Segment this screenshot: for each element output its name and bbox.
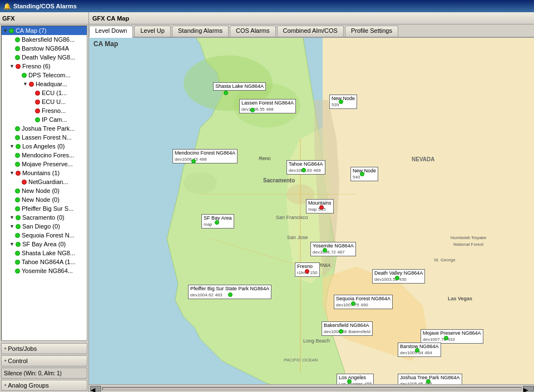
expand-icon: ▼ — [9, 241, 14, 247]
tab-profile[interactable]: Profile Settings — [345, 26, 398, 37]
expand-icon-ports: + — [4, 346, 7, 351]
tree-item-san-diego[interactable]: ▼San Diego (0) — [2, 222, 87, 231]
tree-item-sf-bay[interactable]: ▼SF Bay Area (0) — [2, 240, 87, 249]
tree-item-barstow[interactable]: Barstow NG864A — [2, 44, 87, 53]
tree-item-ecu-u[interactable]: ECU U... — [2, 97, 87, 106]
tree-item-new-node-0a[interactable]: New Node (0) — [2, 186, 87, 195]
tree-item-label: DPS Telecom... — [28, 72, 71, 78]
status-dot — [15, 206, 20, 211]
analog-groups-item[interactable]: + Analog Groups — [1, 380, 87, 391]
tree-item-fresno[interactable]: ▼Fresno (6) — [2, 62, 87, 71]
tree-item-shasta[interactable]: Shasta Lake NG8... — [2, 249, 87, 257]
tree-item-label: NetGuardian... — [28, 178, 68, 185]
tree-item-label: Los Angeles (0) — [22, 143, 65, 150]
ports-jobs-label: Ports/Jobs — [8, 345, 37, 352]
tree-container[interactable]: ▼CA Map (7)Bakersfield NG86...Barstow NG… — [1, 26, 87, 341]
svg-text:Sacramento: Sacramento — [263, 177, 295, 183]
ports-jobs-item[interactable]: + Ports/Jobs — [1, 343, 87, 354]
tree-item-sacramento[interactable]: ▼Sacramento (0) — [2, 213, 87, 222]
tree-item-label: Headquar... — [36, 81, 67, 87]
scrollbar-left-btn[interactable]: ◀ — [90, 386, 101, 391]
tree-item-headquar[interactable]: ▼Headquar... — [2, 80, 87, 88]
status-dot — [15, 162, 20, 167]
svg-point-8 — [184, 172, 217, 195]
tree-item-label: Lassen Forest N... — [22, 134, 72, 141]
status-dot — [16, 224, 21, 229]
tree-item-los-angeles[interactable]: ▼Los Angeles (0) — [2, 142, 87, 151]
expand-icon-analog: + — [4, 383, 7, 388]
status-dot — [15, 55, 20, 60]
expand-icon: ▼ — [9, 224, 14, 229]
tree-item-bakersfield[interactable]: Bakersfield NG86... — [2, 35, 87, 44]
tree-item-dps-telecom[interactable]: DPS Telecom... — [2, 71, 87, 80]
status-dot — [15, 233, 20, 238]
tree-item-label: Mojave Preserve... — [22, 161, 73, 167]
status-dot — [35, 108, 40, 113]
tree-item-new-node-0b[interactable]: New Node (0) — [2, 195, 87, 204]
control-item[interactable]: + Control — [1, 355, 87, 366]
map-background-svg: Reno Sacramento San Francisco San Jose C… — [89, 38, 534, 384]
tree-item-yosemite[interactable]: Yosemite NG864... — [2, 266, 87, 275]
title-bar: 🔔 Standing/COS Alarms — [0, 0, 534, 12]
tab-standing-alarms[interactable]: Standing Alarms — [172, 26, 229, 37]
svg-text:PACIFIC OCEAN: PACIFIC OCEAN — [284, 358, 318, 363]
tree-item-fresno-sub[interactable]: Fresno... — [2, 106, 87, 115]
svg-text:Reno: Reno — [259, 156, 271, 161]
status-dot — [16, 171, 21, 176]
right-title-label: GFX CA Map — [92, 15, 129, 22]
tree-item-mendocino[interactable]: Mendocino Fores... — [2, 151, 87, 160]
tree-item-label: IP Cam... — [42, 116, 67, 123]
status-dot — [16, 144, 21, 149]
silence-label: Silence (Win: 0, Alm: 1) — [4, 370, 62, 376]
status-dot — [35, 117, 40, 122]
expand-icon: ▼ — [9, 143, 14, 149]
scrollbar-right-btn[interactable]: ▶ — [523, 386, 534, 391]
tree-item-death-valley[interactable]: Death Valley NG8... — [2, 53, 87, 62]
tree-item-label: Sequoia Forest N... — [22, 232, 75, 239]
tree-item-label: New Node (0) — [22, 187, 60, 194]
svg-text:NEVADA: NEVADA — [412, 156, 434, 162]
status-dot — [9, 28, 14, 33]
svg-text:Las Vegas: Las Vegas — [448, 296, 472, 301]
tree-item-mojave[interactable]: Mojave Preserve... — [2, 160, 87, 168]
svg-text:Long Beach: Long Beach — [303, 338, 330, 344]
tab-combined[interactable]: Combined Alm/COS — [277, 26, 344, 37]
left-toolbar: GFX — [0, 12, 88, 24]
status-dot — [15, 46, 20, 51]
tree-item-label: Sacramento (0) — [22, 214, 65, 221]
tree-item-ecu-1[interactable]: ECU (1... — [2, 88, 87, 97]
status-dot — [15, 260, 20, 265]
tree-item-netguardian[interactable]: NetGuardian... — [2, 177, 87, 186]
tree-item-label: Fresno (6) — [22, 63, 51, 70]
bottom-sections: + Ports/Jobs + Control Silence (Win: 0, … — [0, 342, 88, 392]
tree-item-ca-map[interactable]: ▼CA Map (7) — [2, 26, 87, 35]
status-dot — [15, 251, 20, 256]
status-dot — [15, 37, 20, 42]
tree-item-mountains[interactable]: ▼Mountains (1) — [2, 168, 87, 177]
main-container: GFX ▼CA Map (7)Bakersfield NG86...Barsto… — [0, 12, 534, 392]
tree-item-label: Pfeiffer Big Sur S... — [22, 205, 73, 212]
status-dot — [35, 100, 40, 105]
tree-item-label: Mountains (1) — [22, 170, 60, 176]
tree-item-label: San Diego (0) — [22, 223, 60, 230]
analog-groups-label: Analog Groups — [8, 382, 48, 389]
horizontal-scrollbar[interactable]: ◀ ▶ — [89, 384, 534, 392]
tree-item-sequoia[interactable]: Sequoia Forest N... — [2, 231, 87, 240]
tree-item-label: Joshua Tree Park... — [22, 125, 75, 132]
tree-item-tahoe[interactable]: Tahoe NG864A (1... — [2, 257, 87, 266]
svg-text:St. George: St. George — [434, 257, 456, 262]
tree-item-label: Shasta Lake NG8... — [22, 250, 75, 256]
expand-icon: ▼ — [9, 63, 14, 69]
tab-level-down[interactable]: Level Down — [89, 26, 133, 38]
tree-item-lassen-forest[interactable]: Lassen Forest N... — [2, 133, 87, 142]
tree-item-ip-cam[interactable]: IP Cam... — [2, 115, 87, 124]
tree-item-pfeiffer[interactable]: Pfeiffer Big Sur S... — [2, 204, 87, 213]
status-dot — [15, 126, 20, 131]
scrollbar-track[interactable] — [102, 387, 522, 390]
map-container[interactable]: CA Map — [89, 38, 534, 384]
tree-item-label: Death Valley NG8... — [22, 54, 75, 61]
tab-level-up[interactable]: Level Up — [134, 26, 170, 37]
tab-cos-alarms[interactable]: COS Alarms — [230, 26, 276, 37]
expand-icon: ▼ — [9, 170, 14, 176]
tree-item-joshua-tree[interactable]: Joshua Tree Park... — [2, 124, 87, 133]
